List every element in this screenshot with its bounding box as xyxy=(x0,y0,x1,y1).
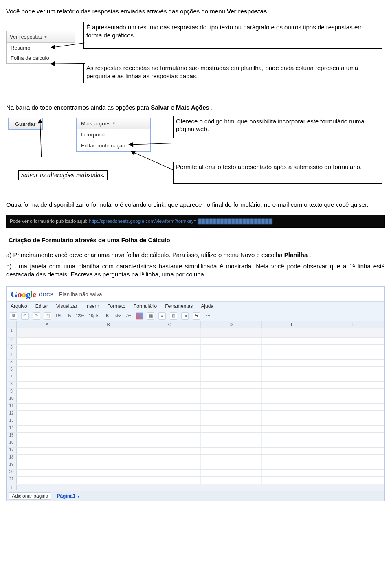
cell[interactable] xyxy=(78,352,140,359)
cell[interactable] xyxy=(201,389,262,396)
table-row[interactable]: 16 xyxy=(7,440,384,448)
cell[interactable] xyxy=(78,448,140,454)
currency-button[interactable]: R$ xyxy=(55,313,62,319)
cell[interactable] xyxy=(78,462,140,469)
wrap-icon[interactable]: ⇥ xyxy=(181,312,189,320)
cell[interactable] xyxy=(139,389,201,396)
table-row[interactable]: 19 xyxy=(7,462,384,470)
cell[interactable] xyxy=(201,396,262,403)
cell[interactable] xyxy=(17,426,78,432)
cell[interactable] xyxy=(201,374,262,381)
fillcolor-icon[interactable] xyxy=(136,312,143,320)
strike-button[interactable]: Abc xyxy=(114,313,121,319)
cell[interactable] xyxy=(139,382,201,388)
cell[interactable] xyxy=(17,470,78,476)
cell[interactable] xyxy=(139,328,201,337)
cell[interactable] xyxy=(262,433,323,440)
menu-editar[interactable]: Editar xyxy=(35,303,48,309)
row-number[interactable]: 19 xyxy=(7,462,17,469)
cell[interactable] xyxy=(323,462,385,469)
align-icon[interactable]: ≡ xyxy=(158,312,166,320)
cell[interactable] xyxy=(262,345,323,352)
row-number[interactable]: 9 xyxy=(7,389,17,396)
redo-icon[interactable]: ↷ xyxy=(33,312,40,320)
cell[interactable] xyxy=(17,396,78,403)
table-row[interactable]: 3 xyxy=(7,345,384,352)
cell[interactable] xyxy=(323,470,385,476)
row-number[interactable]: 13 xyxy=(7,418,17,425)
cell[interactable] xyxy=(262,426,323,432)
cell[interactable] xyxy=(139,360,201,366)
cell[interactable] xyxy=(139,411,201,418)
cell[interactable] xyxy=(262,477,323,484)
cell[interactable] xyxy=(78,382,140,388)
cell[interactable] xyxy=(323,418,385,425)
cell[interactable] xyxy=(17,389,78,396)
cell[interactable] xyxy=(201,462,262,469)
table-row[interactable]: 4 xyxy=(7,352,384,360)
cell[interactable] xyxy=(78,338,140,344)
cell[interactable] xyxy=(78,345,140,352)
row-number[interactable]: 5 xyxy=(7,360,17,366)
spreadsheet-grid[interactable]: 123456789101112131415161718192021 xyxy=(7,328,384,484)
cell[interactable] xyxy=(323,411,385,418)
cell[interactable] xyxy=(323,440,385,447)
cell[interactable] xyxy=(323,433,385,440)
table-row[interactable]: 10 xyxy=(7,396,384,404)
table-row[interactable]: 13 xyxy=(7,418,384,426)
cell[interactable] xyxy=(262,338,323,344)
merge-icon[interactable]: ⇆ xyxy=(193,312,200,320)
row-number[interactable]: 1 xyxy=(7,328,17,337)
cell[interactable] xyxy=(17,433,78,440)
cell[interactable] xyxy=(17,477,78,484)
cell[interactable] xyxy=(17,455,78,462)
cell[interactable] xyxy=(78,433,140,440)
row-number[interactable]: 20 xyxy=(7,470,17,476)
corner-cell[interactable] xyxy=(7,321,17,328)
table-row[interactable]: 20 xyxy=(7,470,384,477)
cell[interactable] xyxy=(139,352,201,359)
row-number[interactable]: 18 xyxy=(7,455,17,462)
cell[interactable] xyxy=(78,470,140,476)
cell[interactable] xyxy=(262,389,323,396)
fontsize-button[interactable]: 10pt▾ xyxy=(87,313,100,319)
table-row[interactable]: 6 xyxy=(7,367,384,374)
cell[interactable] xyxy=(201,328,262,337)
cell[interactable] xyxy=(78,328,140,337)
cell[interactable] xyxy=(78,440,140,447)
cell[interactable] xyxy=(139,367,201,374)
cell[interactable] xyxy=(139,440,201,447)
cell[interactable] xyxy=(201,470,262,476)
col-b[interactable]: B xyxy=(78,321,140,328)
menu-arquivo[interactable]: Arquivo xyxy=(11,303,27,309)
cell[interactable] xyxy=(17,411,78,418)
undo-icon[interactable]: ↶ xyxy=(21,312,29,320)
table-row[interactable]: 9 xyxy=(7,389,384,396)
table-row[interactable]: 18 xyxy=(7,455,384,462)
row-number[interactable]: 10 xyxy=(7,396,17,403)
cell[interactable] xyxy=(17,360,78,366)
row-number[interactable]: 3 xyxy=(7,345,17,352)
cell[interactable] xyxy=(262,448,323,454)
cell[interactable] xyxy=(323,477,385,484)
cell[interactable] xyxy=(201,360,262,366)
cell[interactable] xyxy=(323,426,385,432)
table-row[interactable]: 12 xyxy=(7,411,384,418)
cell[interactable] xyxy=(262,470,323,476)
cell[interactable] xyxy=(262,455,323,462)
cell[interactable] xyxy=(262,352,323,359)
col-c[interactable]: C xyxy=(139,321,201,328)
dropdown-item-incorporar[interactable]: Incorporar xyxy=(77,129,150,140)
ver-respostas-button[interactable]: Ver respostas ▼ xyxy=(7,31,75,43)
numfmt-button[interactable]: 123▾ xyxy=(77,313,83,319)
cell[interactable] xyxy=(78,477,140,484)
cell[interactable] xyxy=(323,367,385,374)
cell[interactable] xyxy=(139,418,201,425)
cell[interactable] xyxy=(262,462,323,469)
table-row[interactable]: 5 xyxy=(7,360,384,367)
cell[interactable] xyxy=(201,477,262,484)
cell[interactable] xyxy=(139,455,201,462)
cell[interactable] xyxy=(262,418,323,425)
row-number[interactable]: 12 xyxy=(7,411,17,418)
row-number[interactable]: 4 xyxy=(7,352,17,359)
